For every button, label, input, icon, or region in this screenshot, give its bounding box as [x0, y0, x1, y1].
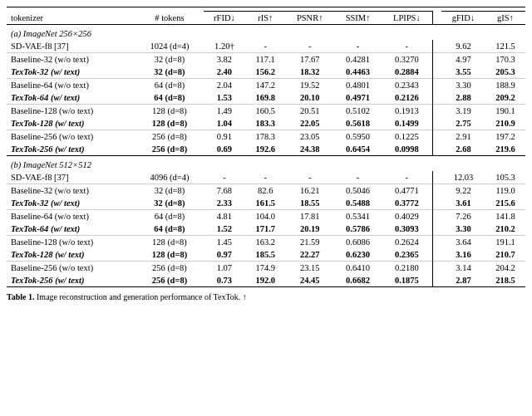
- cell-3-1: 64 (d=8): [135, 79, 203, 92]
- cell-3-9: 188.9: [485, 79, 525, 92]
- cell-0-0: SD-VAE-f8 [37]: [7, 171, 135, 184]
- cell-4-0: TexTok-64 (w/ text): [7, 223, 135, 236]
- cell-8-3: 192.6: [245, 143, 285, 156]
- cell-7-3: 174.9: [245, 262, 285, 275]
- cell-7-5: 0.6410: [334, 262, 382, 275]
- cell-1-6: 0.4771: [382, 184, 432, 198]
- section-header-1: (b) ImageNet 512×512: [7, 156, 525, 171]
- cell-6-0: TexTok-128 (w/ text): [7, 248, 135, 262]
- cell-5-4: 21.59: [285, 236, 334, 249]
- cell-4-1: 64 (d=8): [135, 91, 203, 105]
- cell-4-4: 20.19: [285, 223, 334, 236]
- cell-6-4: 22.05: [285, 117, 334, 130]
- cell-4-0: TexTok-64 (w/ text): [7, 91, 135, 105]
- cell-3-7: [432, 79, 441, 92]
- cell-5-6: 0.2624: [382, 236, 432, 249]
- cell-6-6: 0.2365: [382, 248, 432, 262]
- table-row: TexTok-64 (w/ text)64 (d=8)1.52171.720.1…: [7, 223, 525, 236]
- cell-8-6: 0.0998: [382, 143, 432, 156]
- cell-1-3: 117.1: [245, 53, 285, 66]
- table-row: Baseline-256 (w/o text)256 (d=8)1.07174.…: [7, 262, 525, 275]
- cell-4-4: 20.10: [285, 91, 334, 105]
- cell-1-9: 119.0: [485, 184, 525, 198]
- cell-6-8: 2.75: [441, 117, 485, 130]
- cell-8-8: 2.68: [441, 143, 485, 156]
- cell-6-4: 22.27: [285, 248, 334, 262]
- cell-4-3: 169.8: [245, 91, 285, 105]
- section-title-0: (a) ImageNet 256×256: [7, 25, 525, 41]
- cell-7-9: 197.2: [485, 130, 525, 144]
- cell-6-5: 0.6230: [334, 248, 382, 262]
- cell-7-7: [432, 130, 441, 144]
- cell-3-6: 0.4029: [382, 210, 432, 223]
- cell-7-2: 0.91: [204, 130, 246, 144]
- cell-3-9: 141.8: [485, 210, 525, 223]
- col-tokens: # tokens: [135, 12, 203, 25]
- table-body: (a) ImageNet 256×256SD-VAE-f8 [37]1024 (…: [7, 25, 525, 287]
- table-row: Baseline-256 (w/o text)256 (d=8)0.91178.…: [7, 130, 525, 144]
- cell-0-5: -: [334, 171, 382, 184]
- cell-7-7: [432, 262, 441, 275]
- cell-6-1: 128 (d=8): [135, 248, 203, 262]
- cell-6-3: 183.3: [245, 117, 285, 130]
- cell-2-0: TexTok-32 (w/ text): [7, 197, 135, 210]
- cell-3-4: 19.52: [285, 79, 334, 92]
- cell-4-2: 1.53: [204, 91, 246, 105]
- section-header-0: (a) ImageNet 256×256: [7, 25, 525, 41]
- col-divider: [432, 12, 441, 25]
- cell-0-1: 1024 (d=4): [135, 40, 203, 53]
- cell-3-0: Baseline-64 (w/o text): [7, 210, 135, 223]
- cell-3-3: 147.2: [245, 79, 285, 92]
- table-row: Baseline-32 (w/o text)32 (d=8)7.6882.616…: [7, 184, 525, 198]
- cell-4-8: 3.30: [441, 223, 485, 236]
- cell-3-8: 3.30: [441, 79, 485, 92]
- cell-5-5: 0.6086: [334, 236, 382, 249]
- cell-5-8: 3.64: [441, 236, 485, 249]
- cell-0-6: -: [382, 40, 432, 53]
- cell-8-9: 219.6: [485, 143, 525, 156]
- cell-5-2: 1.49: [204, 105, 246, 118]
- cell-2-3: 156.2: [245, 66, 285, 79]
- table-row: TexTok-64 (w/ text)64 (d=8)1.53169.820.1…: [7, 91, 525, 105]
- cell-2-1: 32 (d=8): [135, 197, 203, 210]
- cell-0-1: 4096 (d=4): [135, 171, 203, 184]
- cell-1-9: 170.3: [485, 53, 525, 66]
- cell-6-9: 210.7: [485, 248, 525, 262]
- cell-8-5: 0.6454: [334, 143, 382, 156]
- cell-0-3: -: [245, 171, 285, 184]
- cell-6-5: 0.5618: [334, 117, 382, 130]
- cell-7-5: 0.5950: [334, 130, 382, 144]
- cell-5-9: 190.1: [485, 105, 525, 118]
- cell-7-4: 23.15: [285, 262, 334, 275]
- col-ris: rIS↑: [245, 12, 285, 25]
- cell-0-8: 12.03: [441, 171, 485, 184]
- cell-2-1: 32 (d=8): [135, 66, 203, 79]
- table-row: SD-VAE-f8 [37]4096 (d=4)-----12.03105.3: [7, 171, 525, 184]
- cell-1-0: Baseline-32 (w/o text): [7, 184, 135, 198]
- cell-0-4: -: [285, 40, 334, 53]
- cell-8-1: 256 (d=8): [135, 143, 203, 156]
- cell-7-9: 204.2: [485, 262, 525, 275]
- table-row: Baseline-128 (w/o text)128 (d=8)1.45163.…: [7, 236, 525, 249]
- cell-4-1: 64 (d=8): [135, 223, 203, 236]
- cell-2-4: 18.55: [285, 197, 334, 210]
- table-row: Baseline-64 (w/o text)64 (d=8)4.81104.01…: [7, 210, 525, 223]
- table-row: TexTok-128 (w/ text)128 (d=8)0.97185.522…: [7, 248, 525, 262]
- cell-4-9: 209.2: [485, 91, 525, 105]
- cell-2-2: 2.33: [204, 197, 246, 210]
- cell-1-5: 0.5046: [334, 184, 382, 198]
- cell-3-3: 104.0: [245, 210, 285, 223]
- cell-6-9: 210.9: [485, 117, 525, 130]
- table-row: TexTok-128 (w/ text)128 (d=8)1.04183.322…: [7, 117, 525, 130]
- cell-1-4: 16.21: [285, 184, 334, 198]
- table-row: SD-VAE-f8 [37]1024 (d=4)1.20†----9.62121…: [7, 40, 525, 53]
- cell-8-1: 256 (d=8): [135, 274, 203, 287]
- cell-3-0: Baseline-64 (w/o text): [7, 79, 135, 92]
- cell-6-7: [432, 248, 441, 262]
- cell-6-2: 1.04: [204, 117, 246, 130]
- cell-6-2: 0.97: [204, 248, 246, 262]
- cell-7-0: Baseline-256 (w/o text): [7, 262, 135, 275]
- cell-2-9: 205.3: [485, 66, 525, 79]
- cell-1-5: 0.4281: [334, 53, 382, 66]
- cell-2-6: 0.2884: [382, 66, 432, 79]
